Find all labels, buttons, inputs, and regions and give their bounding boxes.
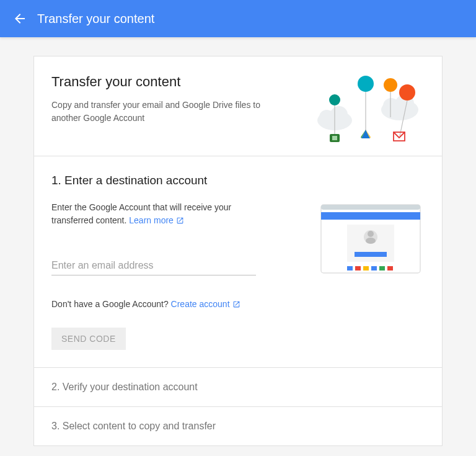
svg-point-6	[329, 94, 340, 105]
intro-text-block: Transfer your content Copy and transfer …	[51, 74, 313, 142]
page-title: Transfer your content	[51, 74, 301, 90]
svg-point-2	[330, 106, 348, 123]
email-input[interactable]	[51, 256, 256, 275]
svg-rect-28	[347, 266, 353, 270]
svg-point-15	[384, 78, 397, 92]
create-account-label: Create account	[171, 299, 230, 309]
learn-more-link[interactable]: Learn more	[129, 215, 184, 225]
external-link-icon	[176, 215, 184, 228]
svg-rect-9	[332, 136, 337, 140]
no-account-text: Don't have a Google Account? Create acco…	[51, 299, 298, 310]
svg-rect-22	[321, 212, 420, 220]
svg-point-17	[399, 84, 415, 101]
arrow-back-icon	[12, 11, 27, 26]
balloons-illustration	[313, 74, 425, 142]
send-code-button[interactable]: SEND CODE	[51, 328, 126, 350]
page-subtitle: Copy and transfer your email and Google …	[51, 99, 262, 125]
no-account-label: Don't have a Google Account?	[51, 299, 171, 309]
external-link-icon	[232, 300, 240, 310]
card-intro-section: Transfer your content Copy and transfer …	[34, 56, 442, 156]
svg-rect-31	[371, 266, 377, 270]
learn-more-label: Learn more	[129, 215, 174, 225]
main-card: Transfer your content Copy and transfer …	[33, 56, 443, 446]
svg-rect-27	[355, 252, 387, 257]
step-1-title: 1. Enter a destination account	[51, 174, 425, 187]
svg-rect-30	[363, 266, 369, 270]
create-account-link[interactable]: Create account	[171, 299, 240, 309]
step-3-section[interactable]: 3. Select content to copy and transfer	[34, 407, 442, 445]
app-header: Transfer your content	[0, 0, 476, 37]
svg-point-25	[368, 231, 374, 237]
svg-point-10	[358, 76, 374, 92]
header-title: Transfer your content	[37, 12, 154, 26]
svg-point-26	[366, 238, 376, 244]
back-button[interactable]	[7, 6, 32, 31]
account-illustration	[316, 201, 425, 282]
svg-marker-12	[361, 130, 370, 138]
step-2-title: 2. Verify your destination account	[51, 382, 198, 392]
step-1-section: 1. Enter a destination account Enter the…	[34, 156, 442, 368]
svg-rect-21	[321, 205, 420, 210]
svg-rect-32	[379, 266, 385, 270]
svg-rect-29	[355, 266, 361, 270]
step-3-title: 3. Select content to copy and transfer	[51, 421, 216, 431]
step-2-section[interactable]: 2. Verify your destination account	[34, 368, 442, 407]
step-1-description: Enter the Google Account that will recei…	[51, 201, 250, 228]
svg-rect-33	[387, 266, 393, 270]
